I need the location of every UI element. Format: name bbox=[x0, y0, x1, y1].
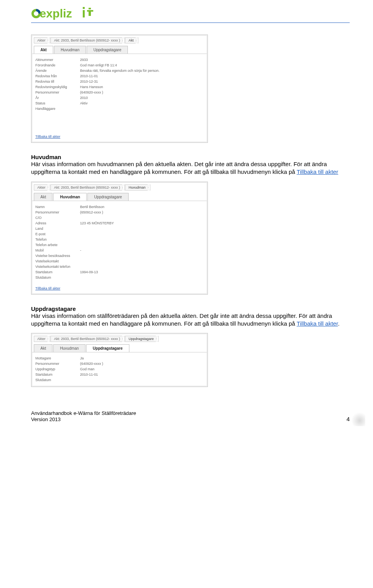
section-text: Här visas information om ställföreträdar… bbox=[31, 312, 332, 327]
field-label: Redovisa från bbox=[35, 74, 80, 78]
field-value: (650912-xxxx ) bbox=[80, 210, 103, 214]
field-label: Slutdatum bbox=[35, 378, 80, 382]
footer-title: Användarhandbok e-Wärna för Ställföreträ… bbox=[31, 410, 136, 416]
field-value: Bertil Bertilsson bbox=[80, 205, 105, 209]
field-value: 2010-11-01 bbox=[80, 373, 98, 376]
page-footer: Användarhandbok e-Wärna för Ställföreträ… bbox=[31, 410, 350, 422]
section-text-period: . bbox=[338, 320, 340, 327]
fields: Aktnummer2933 FörordnandeGod man enligt … bbox=[32, 54, 207, 114]
section-heading-uppdragstagare: Uppdragstagare bbox=[31, 305, 350, 312]
breadcrumb-item[interactable]: Akter bbox=[34, 37, 48, 43]
field-label: Redovisningsskyldig bbox=[35, 85, 80, 89]
field-label: Mottagare bbox=[35, 356, 80, 360]
field-label: Adress bbox=[35, 221, 80, 225]
field-value: 2010 bbox=[80, 96, 88, 100]
tab-huvudman[interactable]: Huvudman bbox=[53, 193, 87, 201]
field-label: Telefon bbox=[35, 238, 80, 241]
back-link[interactable]: Tillbaka till akter bbox=[35, 135, 60, 139]
field-value: Hans Hansson bbox=[80, 85, 103, 89]
breadcrumb-item: Uppdragstagare bbox=[125, 336, 157, 342]
tabs: Akt Huvudman Uppdragstagare bbox=[32, 191, 207, 201]
field-value: 2010-11-01 bbox=[80, 74, 98, 78]
footer-version: Version 2013 bbox=[31, 416, 136, 423]
field-label: Slutdatum bbox=[35, 276, 80, 279]
tab-akt[interactable]: Akt bbox=[34, 193, 52, 201]
field-label: Ärende bbox=[35, 69, 80, 73]
panel-uppdragstagare: Akter Akt: 2933, Bertil Bertilsson (6509… bbox=[31, 333, 208, 387]
field-value: Bevaka rätt, förvalta egendom och sörja … bbox=[80, 69, 160, 73]
page-number: 4 bbox=[347, 416, 350, 422]
field-label: Redovisa till bbox=[35, 80, 80, 83]
breadcrumb: Akter Akt: 2933, Bertil Bertilsson (6509… bbox=[32, 183, 207, 191]
back-link-row: Tillbaka till akter bbox=[32, 283, 207, 293]
svg-rect-4 bbox=[89, 8, 91, 9]
field-label: Mobil bbox=[35, 248, 80, 252]
field-label: År bbox=[35, 96, 80, 100]
field-label: Vistelsekontakt telefon bbox=[35, 265, 80, 269]
section-text: Här visas information om huvudmannen på … bbox=[31, 161, 327, 175]
field-label: Vistelsekontakt bbox=[35, 259, 80, 263]
inline-link-tillbaka[interactable]: Tillbaka till akter bbox=[296, 320, 338, 327]
fields: NamnBertil Bertilsson Personnummer(65091… bbox=[32, 201, 207, 283]
tab-huvudman[interactable]: Huvudman bbox=[54, 46, 86, 54]
panel-akt: Akter Akt: 2933, Bertil Bertilsson (6509… bbox=[31, 35, 208, 143]
field-value: (640920-xxxx ) bbox=[80, 90, 103, 94]
field-value: God man bbox=[80, 367, 94, 371]
field-label: C/O bbox=[35, 216, 80, 220]
breadcrumb-item: Huvudman bbox=[125, 184, 148, 191]
breadcrumb-item: Akt bbox=[125, 37, 136, 43]
back-link-row: Tillbaka till akter bbox=[32, 132, 207, 142]
svg-rect-3 bbox=[83, 10, 85, 17]
tab-uppdragstagare[interactable]: Uppdragstagare bbox=[86, 344, 129, 352]
section-heading-huvudman: Huvudman bbox=[31, 154, 350, 160]
field-label: Uppdragstyp bbox=[35, 367, 80, 371]
section-body-huvudman: Här visas information om huvudmannen på … bbox=[31, 160, 350, 176]
field-value: Ja bbox=[80, 356, 84, 360]
breadcrumb: Akter Akt: 2933, Bertil Bertilsson (6509… bbox=[32, 334, 207, 342]
breadcrumb-item[interactable]: Akt: 2933, Bertil Bertilsson (650912- xx… bbox=[51, 184, 123, 191]
field-label: Förordnande bbox=[35, 63, 80, 67]
field-label: Startdatum bbox=[35, 373, 80, 376]
tab-uppdragstagare[interactable]: Uppdragstagare bbox=[87, 193, 129, 201]
field-value: 2933 bbox=[80, 58, 88, 62]
breadcrumb-item[interactable]: Akter bbox=[34, 336, 48, 342]
logo: expliz bbox=[31, 5, 350, 21]
field-value: 123 45 MÖNSTERBY bbox=[80, 221, 114, 225]
breadcrumb-item[interactable]: Akt: 2933, Bertil Bertilsson (650912- xx… bbox=[51, 37, 123, 43]
field-value: Aktiv bbox=[80, 101, 88, 105]
breadcrumb-item[interactable]: Akter bbox=[34, 184, 48, 191]
field-label: Land bbox=[35, 227, 80, 231]
panel-huvudman: Akter Akt: 2933, Bertil Bertilsson (6509… bbox=[31, 182, 208, 295]
tabs: Akt Huvudman Uppdragstagare bbox=[32, 43, 207, 54]
tab-huvudman[interactable]: Huvudman bbox=[53, 344, 85, 352]
field-label: Namn bbox=[35, 205, 80, 209]
field-value: 2010-12-31 bbox=[80, 80, 98, 83]
logo-svg: expliz bbox=[31, 5, 99, 21]
tab-uppdragstagare[interactable]: Uppdragstagare bbox=[87, 46, 128, 54]
field-label: Startdatum bbox=[35, 270, 80, 274]
field-label: Aktnummer bbox=[35, 58, 80, 62]
field-label: Handläggare bbox=[35, 107, 80, 111]
svg-rect-2 bbox=[83, 7, 85, 9]
fields: MottagareJa Personnummer(640920-xxxx ) U… bbox=[32, 352, 207, 386]
inline-link-tillbaka[interactable]: Tillbaka till akter bbox=[296, 168, 338, 175]
field-label: Vistelse besöksadress bbox=[35, 254, 80, 258]
field-value: (640920-xxxx ) bbox=[80, 362, 103, 366]
field-value: God man enligt FB 11:4 bbox=[80, 63, 117, 67]
field-label: Personnummer bbox=[35, 210, 80, 214]
field-label: E-post bbox=[35, 232, 80, 236]
field-label: Status bbox=[35, 101, 80, 105]
breadcrumb-item[interactable]: Akt: 2933, Bertil Bertilsson (650912- xx… bbox=[51, 336, 123, 342]
breadcrumb: Akter Akt: 2933, Bertil Bertilsson (6509… bbox=[32, 36, 207, 43]
field-label: Telefon arbete bbox=[35, 243, 80, 247]
svg-text:expliz: expliz bbox=[40, 7, 72, 20]
corner-shadow bbox=[351, 412, 365, 426]
tab-akt[interactable]: Akt bbox=[34, 344, 52, 352]
field-label: Personnummer bbox=[35, 90, 80, 94]
tab-akt[interactable]: Akt bbox=[34, 46, 53, 54]
header-rule bbox=[31, 23, 350, 23]
field-value: - bbox=[80, 248, 81, 252]
section-body-uppdragstagare: Här visas information om ställföreträdar… bbox=[31, 312, 350, 328]
tabs: Akt Huvudman Uppdragstagare bbox=[32, 342, 207, 352]
back-link[interactable]: Tillbaka till akter bbox=[35, 286, 60, 290]
